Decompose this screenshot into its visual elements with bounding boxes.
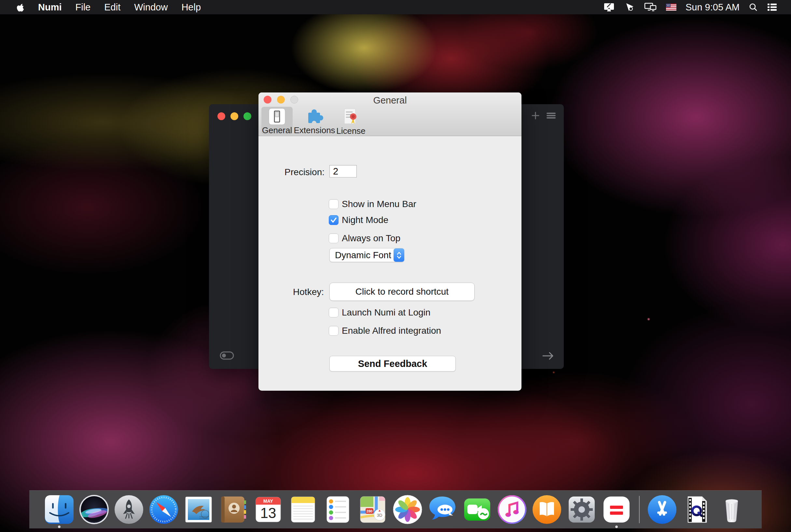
menu-file[interactable]: File (69, 0, 98, 14)
new-tab-icon[interactable] (530, 111, 540, 122)
dock-item-quicktime[interactable] (681, 494, 713, 525)
precision-label: Precision: (271, 167, 325, 178)
dock-item-trash[interactable] (716, 494, 747, 525)
checkbox-row-night-mode[interactable]: Night Mode (329, 215, 388, 225)
spotlight-icon[interactable] (749, 3, 758, 12)
zoom-button-disabled (290, 96, 298, 103)
dock-item-app-store[interactable] (647, 494, 678, 525)
maps-3d-dial: 3D (377, 513, 383, 518)
checkbox-row-alfred-integration[interactable]: Enable Alfred integration (329, 326, 441, 336)
menu-edit[interactable]: Edit (97, 0, 127, 14)
close-button[interactable] (264, 96, 271, 103)
menu-bar-clock[interactable]: Sun 9:05 AM (686, 2, 739, 13)
maps-route-shield: 280 (367, 509, 372, 513)
dock-item-notes[interactable] (287, 494, 319, 525)
menu-window[interactable]: Window (127, 0, 174, 14)
tab-general[interactable]: General (262, 107, 293, 134)
menu-help[interactable]: Help (174, 0, 208, 14)
checkbox-label: Show in Menu Bar (342, 199, 416, 209)
keyboard-layout-flag-icon[interactable] (666, 4, 676, 11)
dock-item-itunes[interactable] (496, 494, 528, 525)
general-switch-icon (269, 108, 286, 125)
calendar-month: MAY (263, 498, 273, 504)
hotkey-record-button[interactable]: Click to record shortcut (329, 283, 475, 301)
apple-menu[interactable] (10, 3, 31, 12)
pointer-device-status-icon[interactable] (624, 2, 635, 12)
dock-item-siri[interactable] (78, 494, 110, 525)
dock-item-reminders[interactable] (322, 494, 353, 525)
dock-item-contacts[interactable] (218, 494, 249, 525)
dock-item-finder[interactable] (44, 494, 75, 525)
precision-input[interactable] (329, 165, 357, 177)
dock-item-numi[interactable] (601, 494, 632, 525)
notification-center-icon[interactable] (767, 3, 777, 12)
checkbox-label: Always on Top (342, 233, 400, 244)
preferences-window: General General (258, 93, 521, 391)
dock-item-ibooks[interactable] (531, 494, 562, 525)
checkbox[interactable] (329, 215, 339, 225)
display-status-icon[interactable] (603, 2, 615, 12)
checkbox-row-show-in-menu-bar[interactable]: Show in Menu Bar (329, 199, 416, 209)
dock-item-mail[interactable] (183, 494, 214, 525)
tab-license[interactable]: License (336, 107, 366, 134)
dock: MAY 13 (29, 490, 762, 528)
zoom-button[interactable] (244, 112, 251, 120)
dock-item-photos[interactable] (392, 494, 423, 525)
checkbox-label: Launch Numi at Login (342, 307, 430, 318)
export-arrow-icon[interactable] (542, 351, 555, 362)
font-popup-value: Dynamic Font (330, 250, 393, 261)
minimize-button[interactable] (230, 112, 238, 120)
hotkey-label: Hotkey: (271, 286, 324, 298)
dock-divider (639, 496, 640, 523)
minimize-button[interactable] (277, 96, 285, 103)
checkbox-row-always-on-top[interactable]: Always on Top (329, 233, 400, 244)
app-menu-numi[interactable]: Numi (31, 0, 69, 14)
dock-item-maps[interactable]: 280 3D (357, 494, 388, 525)
tab-label: General (262, 125, 292, 135)
send-feedback-button[interactable]: Send Feedback (329, 356, 456, 372)
menu-bar: Numi File Edit Window Help Sun 9:05 AM (0, 0, 791, 14)
checkbox-label: Night Mode (342, 215, 388, 225)
tab-label: Extensions (294, 125, 335, 135)
dock-item-calendar[interactable]: MAY 13 (253, 494, 284, 525)
menu-icon[interactable] (546, 111, 556, 122)
checkbox[interactable] (329, 233, 339, 243)
font-popup-button[interactable]: Dynamic Font (329, 248, 404, 262)
tab-extensions[interactable]: Extensions (296, 107, 333, 134)
apple-icon (17, 3, 24, 12)
popup-chevrons-icon (393, 248, 404, 262)
running-indicator (615, 526, 618, 528)
dock-item-launchpad[interactable] (113, 494, 144, 525)
calendar-day: 13 (261, 505, 276, 521)
tab-label: License (336, 126, 366, 136)
prefs-titlebar: General General (258, 93, 521, 136)
dock-item-safari[interactable] (148, 494, 179, 525)
night-mode-toggle-icon[interactable] (219, 350, 234, 362)
license-document-icon (343, 108, 359, 126)
dock-item-messages[interactable] (427, 494, 458, 525)
checkbox[interactable] (329, 308, 339, 318)
checkbox[interactable] (329, 326, 339, 336)
dock-item-system-preferences[interactable] (566, 494, 597, 525)
checkbox-row-launch-at-login[interactable]: Launch Numi at Login (329, 307, 430, 318)
checkbox-label: Enable Alfred integration (342, 326, 441, 336)
extensions-puzzle-icon (306, 108, 323, 125)
running-indicator (58, 526, 60, 528)
display-mirroring-status-icon[interactable] (644, 2, 657, 12)
dock-item-facetime[interactable] (462, 494, 493, 525)
close-button[interactable] (217, 112, 225, 120)
checkbox[interactable] (329, 199, 339, 209)
